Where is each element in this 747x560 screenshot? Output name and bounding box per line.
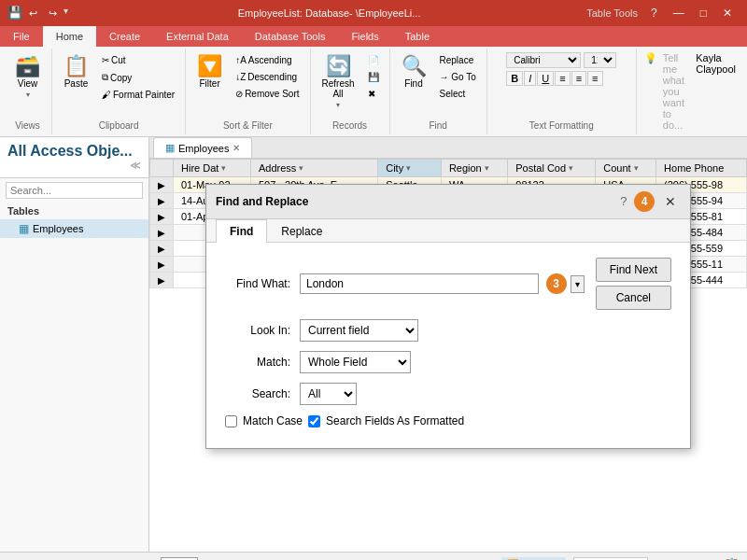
- match-case-row: Match Case Search Fields As Formatted: [225, 414, 671, 427]
- tab-fields[interactable]: Fields: [338, 26, 391, 47]
- save-record-button[interactable]: 💾: [363, 69, 384, 85]
- text-content: Calibri 11 B I U ≡ ≡ ≡: [506, 52, 616, 119]
- records-content: 🔄 RefreshAll ▾ 📄 💾 ✖: [317, 52, 384, 119]
- font-size-select[interactable]: 11: [584, 52, 616, 68]
- dialog-tab-replace[interactable]: Replace: [267, 219, 336, 243]
- title-separator: ▾: [63, 6, 68, 21]
- dialog-help-btn[interactable]: ? 4: [616, 190, 658, 213]
- remove-sort-button[interactable]: ⊘ Remove Sort: [231, 86, 303, 102]
- ribbon-group-records: 🔄 RefreshAll ▾ 📄 💾 ✖ Records: [311, 49, 390, 134]
- dialog-close-btn[interactable]: ✕: [660, 193, 681, 210]
- sort-content: 🔽 Filter ↑A Ascending ↓Z Descending ⊘ Re…: [191, 52, 303, 119]
- new-icon: 📄: [368, 55, 379, 65]
- find-what-input[interactable]: [300, 273, 539, 294]
- employees-label: Employees: [33, 223, 83, 234]
- tab-table[interactable]: Table: [392, 26, 443, 47]
- tab-database-tools[interactable]: Database Tools: [242, 26, 339, 47]
- search-formatted-label: Search Fields As Formatted: [326, 414, 464, 427]
- new-record-button[interactable]: 📄: [363, 52, 384, 68]
- find-what-dropdown-btn[interactable]: ▾: [571, 275, 585, 293]
- find-button[interactable]: 🔍 Find: [396, 52, 432, 92]
- filter-button[interactable]: 🔽 Filter: [191, 52, 228, 92]
- main-area: All Access Obje... ≪ Tables ▦ Employees …: [0, 137, 747, 552]
- refresh-button[interactable]: 🔄 RefreshAll ▾: [317, 52, 360, 113]
- match-case-checkbox[interactable]: [225, 415, 237, 427]
- save-icon[interactable]: 💾: [7, 6, 22, 21]
- clipboard-group-label: Clipboard: [99, 119, 139, 131]
- sidebar-item-employees[interactable]: ▦ Employees: [0, 219, 148, 238]
- remove-sort-label: Remove Sort: [245, 89, 299, 99]
- match-case-label: Match Case: [243, 414, 303, 427]
- search-select[interactable]: All Up Down: [300, 383, 357, 405]
- tab-file[interactable]: File: [0, 26, 43, 47]
- refresh-label: RefreshAll: [322, 78, 355, 99]
- find-what-field-wrap: 3 ▾: [300, 273, 585, 294]
- close-btn[interactable]: ✕: [715, 5, 740, 21]
- view-button[interactable]: 🗃️ View ▾: [9, 52, 46, 103]
- delete-record-button[interactable]: ✖: [363, 86, 384, 102]
- descending-button[interactable]: ↓Z Descending: [231, 69, 303, 85]
- dialog-buttons: Find Next Cancel: [596, 258, 671, 310]
- tab-external-data[interactable]: External Data: [153, 26, 242, 47]
- align-left-button[interactable]: ≡: [555, 71, 570, 86]
- align-center-button[interactable]: ≡: [571, 71, 586, 86]
- ribbon-content: 🗃️ View ▾ Views 📋 Paste ✂ Cut ⧉ Copy 🖌 F…: [0, 47, 747, 136]
- tab-home[interactable]: Home: [43, 26, 96, 47]
- table-icon: ▦: [19, 222, 29, 235]
- redo-btn[interactable]: ↪: [44, 6, 62, 21]
- select-button[interactable]: Select: [435, 86, 481, 102]
- match-row: Match: Whole Field Any Part of Field Sta…: [225, 351, 671, 373]
- ascending-button[interactable]: ↑A Ascending: [231, 52, 303, 68]
- font-row: Calibri 11: [506, 52, 616, 68]
- status-search-input[interactable]: [573, 557, 648, 561]
- cancel-btn[interactable]: Cancel: [596, 286, 671, 310]
- form-view-icon[interactable]: 📋: [724, 557, 740, 561]
- find-next-btn[interactable]: Find Next: [596, 258, 671, 282]
- dialog-body: Find What: 3 ▾ Find Next Cancel: [206, 243, 690, 448]
- find-column: Replace → Go To Select: [435, 52, 481, 102]
- search-label: Search:: [225, 387, 300, 400]
- cut-button[interactable]: ✂ Cut: [97, 52, 179, 68]
- match-select[interactable]: Whole Field Any Part of Field Start of F…: [300, 351, 411, 373]
- view-dropdown-icon: ▾: [26, 91, 30, 99]
- panel-collapse-icon[interactable]: ≪: [130, 160, 141, 172]
- find-what-label: Find What:: [225, 277, 300, 290]
- records-column: 📄 💾 ✖: [363, 52, 384, 102]
- tab-create[interactable]: Create: [96, 26, 153, 47]
- format-painter-icon: 🖌: [102, 90, 111, 100]
- filter-icon: 🔽: [197, 56, 222, 77]
- format-painter-button[interactable]: 🖌 Format Painter: [97, 87, 179, 103]
- maximize-btn[interactable]: □: [693, 5, 714, 21]
- underline-button[interactable]: U: [537, 71, 554, 86]
- descending-label: Descending: [247, 72, 297, 82]
- help-btn[interactable]: ?: [643, 5, 665, 21]
- tell-me-text[interactable]: Tell me what you want to do...: [663, 52, 690, 131]
- goto-button[interactable]: → Go To: [435, 69, 481, 85]
- descending-icon: ↓Z: [235, 72, 246, 82]
- filter-label: Filter: [200, 78, 220, 89]
- find-what-row: Find What: 3 ▾ Find Next Cancel: [225, 258, 671, 310]
- tell-me-icon: 💡: [644, 52, 657, 64]
- badge-4: 4: [634, 191, 655, 212]
- ribbon-group-views: 🗃️ View ▾ Views: [4, 49, 52, 134]
- dialog-tab-find[interactable]: Find: [216, 219, 267, 243]
- refresh-icon: 🔄: [326, 56, 351, 77]
- object-search-input[interactable]: [6, 182, 143, 199]
- align-right-button[interactable]: ≡: [587, 71, 602, 86]
- font-select[interactable]: Calibri: [506, 52, 581, 68]
- italic-button[interactable]: I: [524, 71, 536, 86]
- view-icon: 🗃️: [15, 56, 40, 77]
- undo-btn[interactable]: ↩: [24, 6, 42, 21]
- datasheet-view-icon[interactable]: ⊞: [710, 557, 721, 561]
- dialog-overlay: Find and Replace ? 4 ✕ Find Replace: [149, 137, 747, 552]
- minimize-btn[interactable]: —: [666, 5, 692, 21]
- record-number-input[interactable]: [161, 557, 198, 561]
- look-in-select[interactable]: Current field Current document: [300, 319, 418, 342]
- copy-button[interactable]: ⧉ Copy: [97, 69, 179, 86]
- search-formatted-checkbox[interactable]: [308, 415, 320, 427]
- paste-button[interactable]: 📋 Paste: [58, 52, 94, 92]
- bold-button[interactable]: B: [506, 71, 523, 86]
- copy-icon: ⧉: [102, 72, 108, 83]
- replace-button[interactable]: Replace: [435, 52, 481, 68]
- format-btns: B I U ≡ ≡ ≡: [506, 71, 602, 86]
